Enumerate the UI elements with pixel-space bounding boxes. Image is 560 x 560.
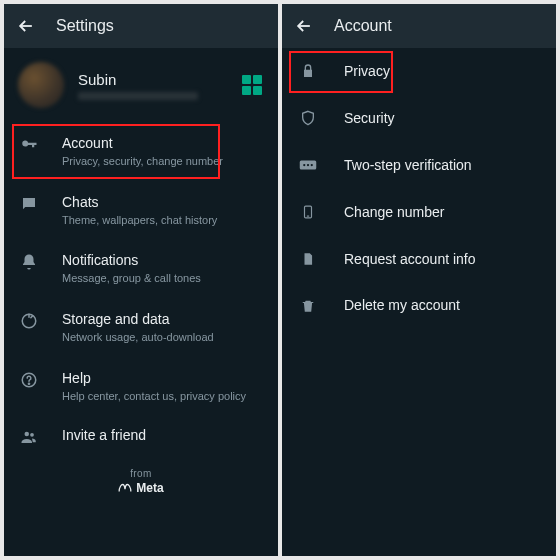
account-item-request-info[interactable]: Request account info [282, 236, 556, 283]
item-title: Notifications [62, 251, 262, 270]
svg-point-7 [307, 164, 309, 166]
item-title: Help [62, 369, 262, 388]
svg-point-6 [303, 164, 305, 166]
document-icon [298, 250, 318, 268]
item-title: Change number [344, 203, 444, 222]
item-title: Privacy [344, 62, 390, 81]
avatar [18, 62, 64, 108]
profile-status [78, 92, 198, 100]
item-title: Security [344, 109, 395, 128]
key-icon [18, 134, 40, 154]
account-item-change-number[interactable]: Change number [282, 189, 556, 236]
storage-icon [18, 310, 40, 330]
item-title: Storage and data [62, 310, 262, 329]
item-sub: Privacy, security, change number [62, 154, 262, 169]
account-screen: Account Privacy Security Two-step verifi… [282, 4, 556, 556]
account-title: Account [334, 17, 392, 35]
lock-icon [298, 62, 318, 80]
item-sub: Help center, contact us, privacy policy [62, 389, 262, 404]
footer-from: from [4, 468, 278, 479]
account-item-two-step[interactable]: Two-step verification [282, 142, 556, 189]
footer-brand: Meta [118, 481, 163, 495]
chat-icon [18, 193, 40, 213]
item-title: Chats [62, 193, 262, 212]
people-icon [18, 426, 40, 446]
svg-point-4 [30, 433, 34, 437]
svg-point-3 [25, 431, 30, 436]
item-sub: Network usage, auto-download [62, 330, 262, 345]
item-title: Request account info [344, 250, 476, 269]
back-icon[interactable] [294, 16, 314, 36]
account-item-privacy[interactable]: Privacy [282, 48, 556, 95]
settings-screen: Settings Subin Account Privacy, security… [4, 4, 278, 556]
item-title: Delete my account [344, 296, 460, 315]
qr-icon[interactable] [242, 75, 262, 95]
settings-item-help[interactable]: Help Help center, contact us, privacy po… [4, 357, 278, 416]
settings-item-notifications[interactable]: Notifications Message, group & call tone… [4, 239, 278, 298]
pin-icon [298, 158, 318, 172]
svg-point-8 [311, 164, 313, 166]
phone-icon [298, 203, 318, 221]
settings-item-storage[interactable]: Storage and data Network usage, auto-dow… [4, 298, 278, 357]
profile-name: Subin [78, 71, 228, 88]
settings-item-account[interactable]: Account Privacy, security, change number [4, 122, 278, 181]
settings-header: Settings [4, 4, 278, 48]
item-title: Invite a friend [62, 426, 262, 445]
shield-icon [298, 109, 318, 127]
trash-icon [298, 297, 318, 315]
back-icon[interactable] [16, 16, 36, 36]
item-sub: Message, group & call tones [62, 271, 262, 286]
help-icon [18, 369, 40, 389]
item-sub: Theme, wallpapers, chat history [62, 213, 262, 228]
account-header: Account [282, 4, 556, 48]
profile-row[interactable]: Subin [4, 48, 278, 122]
item-title: Two-step verification [344, 156, 472, 175]
svg-point-2 [28, 383, 29, 384]
bell-icon [18, 251, 40, 271]
settings-item-invite[interactable]: Invite a friend [4, 416, 278, 456]
settings-title: Settings [56, 17, 114, 35]
item-title: Account [62, 134, 262, 153]
settings-item-chats[interactable]: Chats Theme, wallpapers, chat history [4, 181, 278, 240]
footer: from Meta [4, 468, 278, 497]
account-item-delete[interactable]: Delete my account [282, 282, 556, 329]
account-item-security[interactable]: Security [282, 95, 556, 142]
